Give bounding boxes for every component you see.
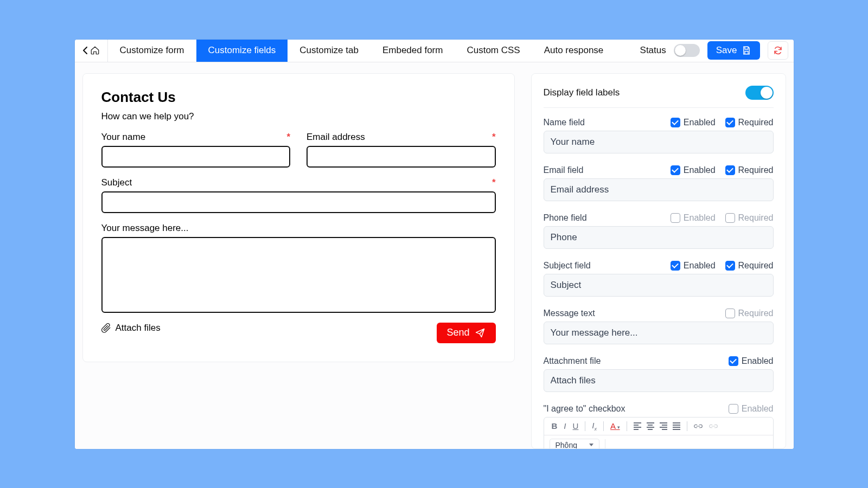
- home-icon[interactable]: [90, 46, 100, 55]
- tab-customize-fields[interactable]: Customize fields: [196, 40, 288, 62]
- align-justify-icon[interactable]: [673, 422, 680, 430]
- back-icon[interactable]: [82, 47, 88, 54]
- tab-customize-form[interactable]: Customize form: [108, 40, 196, 62]
- field-title: Attachment file: [544, 356, 601, 366]
- body: Contact Us How can we help you? Your nam…: [75, 62, 794, 449]
- name-input[interactable]: [101, 146, 291, 168]
- checkbox-required[interactable]: Required: [725, 165, 774, 175]
- field-title: Name field: [544, 118, 585, 127]
- field-label-input-phone[interactable]: [544, 226, 774, 249]
- checkbox-required[interactable]: Required: [725, 261, 774, 271]
- font-select[interactable]: Phông: [550, 439, 599, 449]
- status-label: Status: [640, 45, 666, 56]
- field-config-name: Name fieldEnabledRequired: [544, 118, 774, 153]
- save-button[interactable]: Save: [707, 41, 760, 60]
- field-config-attachment: Attachment fileEnabled: [544, 356, 774, 392]
- checkbox-enabled[interactable]: Enabled: [671, 213, 716, 223]
- field-label-input-message[interactable]: [544, 322, 774, 344]
- field-settings: Display field labels Name fieldEnabledRe…: [531, 73, 786, 449]
- field-config-email: Email fieldEnabledRequired: [544, 165, 774, 201]
- tabs: Customize formCustomize fieldsCustomize …: [108, 40, 616, 62]
- form-preview: Contact Us How can we help you? Your nam…: [82, 73, 515, 362]
- checkbox-required[interactable]: Required: [725, 118, 774, 127]
- fields-list: Name fieldEnabledRequiredEmail fieldEnab…: [544, 118, 774, 449]
- send-button-label: Send: [446, 327, 469, 338]
- display-labels-toggle[interactable]: [745, 86, 774, 100]
- attach-files-link[interactable]: Attach files: [101, 323, 161, 333]
- app-frame: Customize formCustomize fieldsCustomize …: [75, 40, 794, 449]
- field-config-message: Message textRequired: [544, 309, 774, 344]
- field-title: Subject field: [544, 261, 591, 271]
- reset-button[interactable]: [768, 41, 788, 60]
- checkbox-enabled[interactable]: Enabled: [671, 165, 716, 175]
- italic-icon[interactable]: I: [564, 421, 566, 431]
- checkbox-required[interactable]: Required: [725, 309, 774, 318]
- unlink-icon[interactable]: [709, 423, 718, 429]
- field-title: Email field: [544, 165, 584, 175]
- align-left-icon[interactable]: [634, 422, 641, 430]
- field-label-input-attachment[interactable]: [544, 369, 774, 392]
- required-star: *: [492, 177, 496, 188]
- underline-icon[interactable]: U: [573, 421, 579, 431]
- clear-format-icon[interactable]: Ix: [592, 421, 597, 432]
- rte-toolbar: BIUIxA ▾: [544, 418, 773, 435]
- tab-customize-tab[interactable]: Customize tab: [288, 40, 371, 62]
- field-config-subject: Subject fieldEnabledRequired: [544, 261, 774, 297]
- name-label: Your name: [101, 132, 146, 143]
- field-label-input-subject[interactable]: [544, 274, 774, 297]
- refresh-icon: [773, 46, 783, 55]
- tab-embeded-form[interactable]: Embeded form: [371, 40, 455, 62]
- required-star: *: [286, 132, 290, 143]
- field-label-input-name[interactable]: [544, 131, 774, 153]
- checkbox-required[interactable]: Required: [725, 213, 774, 223]
- paper-plane-icon: [474, 328, 486, 338]
- save-icon: [742, 46, 751, 55]
- bold-icon[interactable]: B: [552, 421, 558, 431]
- rte: BIUIxA ▾Phông: [544, 417, 774, 449]
- form-subtitle: How can we help you?: [101, 111, 496, 122]
- field-config-agree: "I agree to" checkboxEnabledBIUIxA ▾Phôn…: [544, 404, 774, 449]
- message-textarea[interactable]: [101, 237, 496, 313]
- checkbox-enabled[interactable]: Enabled: [729, 404, 774, 414]
- toolbar-right: Status Save: [640, 40, 794, 62]
- form-title: Contact Us: [101, 89, 496, 106]
- message-label: Your message here...: [101, 223, 189, 234]
- field-config-phone: Phone fieldEnabledRequired: [544, 213, 774, 249]
- required-star: *: [492, 132, 496, 143]
- align-center-icon[interactable]: [647, 422, 654, 430]
- display-labels-title: Display field labels: [544, 87, 620, 98]
- checkbox-enabled[interactable]: Enabled: [671, 261, 716, 271]
- checkbox-enabled[interactable]: Enabled: [729, 356, 774, 366]
- save-button-label: Save: [716, 45, 737, 56]
- tab-auto-response[interactable]: Auto response: [532, 40, 616, 62]
- align-right-icon[interactable]: [660, 422, 667, 430]
- email-input[interactable]: [307, 146, 496, 168]
- field-title: "I agree to" checkbox: [544, 404, 626, 414]
- tab-custom-css[interactable]: Custom CSS: [455, 40, 532, 62]
- subject-input[interactable]: [101, 191, 496, 213]
- status-toggle[interactable]: [674, 44, 700, 57]
- toolbar: Customize formCustomize fieldsCustomize …: [75, 40, 794, 62]
- subject-label: Subject: [101, 177, 132, 188]
- nav-home-group: [75, 40, 108, 62]
- send-button[interactable]: Send: [437, 323, 495, 343]
- text-color-icon[interactable]: A ▾: [610, 421, 620, 431]
- checkbox-enabled[interactable]: Enabled: [671, 118, 716, 127]
- field-title: Phone field: [544, 213, 587, 223]
- paperclip-icon: [101, 323, 111, 333]
- email-label: Email address: [307, 132, 365, 143]
- link-icon[interactable]: [694, 423, 703, 429]
- field-title: Message text: [544, 309, 595, 318]
- field-label-input-email[interactable]: [544, 178, 774, 201]
- attach-files-label: Attach files: [116, 323, 161, 333]
